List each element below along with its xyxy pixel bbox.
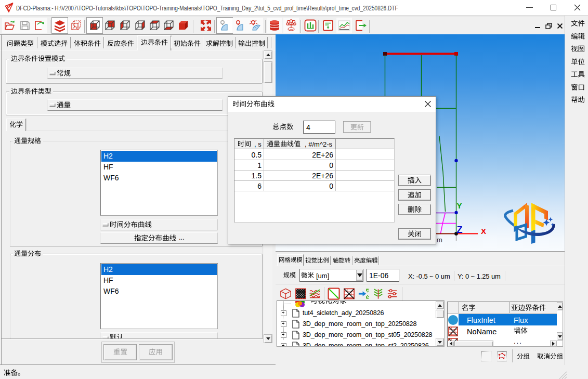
- svg-text:m: m: [437, 236, 442, 244]
- svg-text:Z: Z: [457, 225, 463, 235]
- svg-text:Y: Y: [457, 201, 462, 210]
- svg-text:X: X: [481, 227, 486, 236]
